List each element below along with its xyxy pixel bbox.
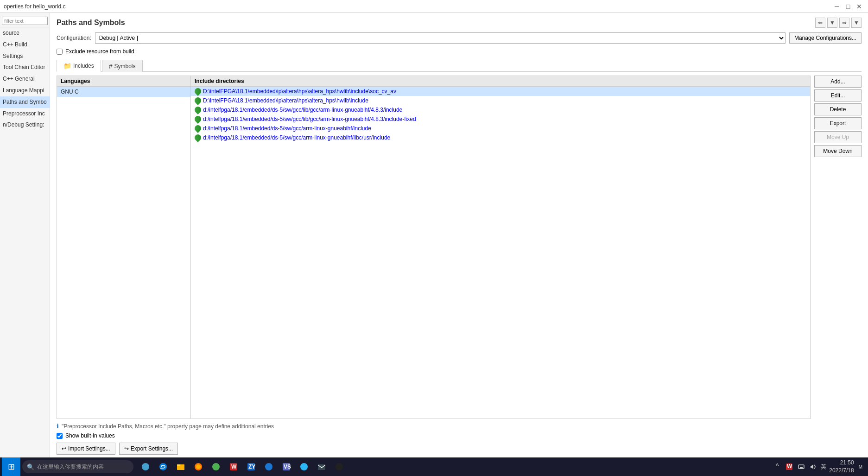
leaf-icon-5	[193, 133, 203, 142]
info-row: ℹ "Preprocessor Include Paths, Macros et…	[57, 423, 862, 430]
info-icon: ℹ	[57, 423, 59, 430]
sidebar-item-lang-mappi[interactable]: Language Mappi	[0, 85, 50, 96]
tabs-row: 📁 Includes # Symbols	[57, 59, 862, 72]
header-nav: ⇐ ▼ ⇒ ▼	[815, 18, 862, 28]
start-button[interactable]: ⊞	[2, 457, 20, 476]
info-text: "Preprocessor Include Paths, Macros etc.…	[62, 423, 274, 430]
sidebar-item-cpp-build[interactable]: C++ Build	[0, 39, 50, 51]
taskbar-app-vs[interactable]: VS	[278, 458, 295, 475]
include-item-4[interactable]: d:/intelfpga/18.1/embedded/ds-5/sw/gcc/a…	[191, 124, 810, 133]
taskbar-app-word[interactable]: W	[225, 458, 242, 475]
edit-button[interactable]: Edit...	[814, 89, 862, 102]
nav-menu-button[interactable]: ▼	[827, 18, 837, 28]
export-settings-button[interactable]: ↪ Export Settings...	[119, 443, 178, 455]
taskbar-app-firefox[interactable]	[190, 458, 207, 475]
export-button[interactable]: Export	[814, 117, 862, 129]
taskbar-clock[interactable]: 21:50 2022/7/18	[829, 459, 854, 475]
manage-configurations-button[interactable]: Manage Configurations...	[789, 32, 862, 44]
panels-row: Languages GNU C Include directories D:\i…	[57, 76, 862, 419]
include-item-2[interactable]: d:/intelfpga/18.1/embedded/ds-5/sw/gcc/l…	[191, 105, 810, 114]
leaf-icon-1	[193, 96, 203, 105]
nav-forward-button[interactable]: ⇒	[839, 18, 849, 28]
title-bar-title: operties for hello_world.c	[4, 3, 65, 10]
taskbar-app-explorer[interactable]	[172, 458, 189, 475]
taskbar-app-cortana[interactable]	[137, 458, 154, 475]
taskbar-date-display: 2022/7/18	[829, 467, 854, 475]
svg-point-4	[196, 464, 201, 469]
search-icon: 🔍	[27, 463, 34, 470]
include-path-3: d:/intelfpga/18.1/embedded/ds-5/sw/gcc/l…	[203, 116, 416, 122]
sidebar-item-preprocessor[interactable]: Preprocessor Inc	[0, 108, 50, 120]
sidebar-item-cpp-general[interactable]: C++ General	[0, 73, 50, 85]
tray-speaker-icon[interactable]	[809, 462, 818, 471]
include-path-5: d:/intelfpga/18.1/embedded/ds-5/sw/gcc/a…	[203, 134, 390, 141]
tab-symbols[interactable]: # Symbols	[102, 60, 143, 72]
include-path-2: d:/intelfpga/18.1/embedded/ds-5/sw/gcc/l…	[203, 107, 402, 113]
leaf-icon-3	[193, 114, 203, 124]
include-item-5[interactable]: d:/intelfpga/18.1/embedded/ds-5/sw/gcc/a…	[191, 133, 810, 142]
config-select[interactable]: Debug [ Active ]	[95, 32, 786, 44]
main-layout: source C++ Build Settings Tool Chain Edi…	[0, 13, 868, 459]
taskbar: ⊞ 🔍 在这里输入你要搜索的内容 W ZY VS	[0, 457, 868, 476]
sidebar-item-debug-settings[interactable]: n/Debug Setting:	[0, 119, 50, 131]
taskbar-app-dark[interactable]	[331, 458, 348, 475]
gnu-c-label: GNU C	[61, 89, 79, 95]
includes-panel: Include directories D:\intelFPGA\18.1\em…	[191, 76, 811, 419]
taskbar-app-green[interactable]	[208, 458, 224, 475]
move-up-button[interactable]: Move Up	[814, 131, 862, 143]
export-label: Export Settings...	[131, 445, 173, 452]
languages-header: Languages	[57, 76, 190, 87]
sidebar-item-settings[interactable]: Settings	[0, 51, 50, 62]
hash-icon: #	[109, 63, 113, 70]
language-gnu-c[interactable]: GNU C	[57, 87, 190, 97]
sidebar-item-paths-symbo[interactable]: Paths and Symbo	[0, 96, 50, 108]
include-path-4: d:/intelfpga/18.1/embedded/ds-5/sw/gcc/a…	[203, 125, 371, 132]
show-built-checkbox[interactable]	[57, 433, 63, 439]
include-item-3[interactable]: d:/intelfpga/18.1/embedded/ds-5/sw/gcc/l…	[191, 114, 810, 124]
tab-symbols-label: Symbols	[114, 63, 136, 70]
include-path-0: D:\intelFPGA\18.1\embedded\ip\altera\hps…	[203, 88, 396, 95]
content-area: Paths and Symbols ⇐ ▼ ⇒ ▼ Configuration:…	[50, 13, 868, 459]
taskbar-search-text: 在这里输入你要搜索的内容	[37, 463, 104, 471]
taskbar-time-display: 21:50	[829, 459, 854, 467]
taskbar-apps: W ZY VS	[135, 458, 771, 475]
delete-button[interactable]: Delete	[814, 103, 862, 115]
show-built-row: Show built-in values	[57, 432, 862, 439]
minimize-button[interactable]: ─	[832, 1, 842, 12]
languages-panel: Languages GNU C	[57, 76, 191, 419]
sidebar-item-source[interactable]: source	[0, 27, 50, 39]
taskbar-lang[interactable]: 英	[821, 463, 826, 471]
taskbar-app-blue2[interactable]	[260, 458, 277, 475]
taskbar-app-browser[interactable]	[296, 458, 312, 475]
import-export-row: ↩ Import Settings... ↪ Export Settings..…	[57, 443, 862, 455]
include-item-1[interactable]: D:\intelFPGA\18.1\embedded\ip\altera\hps…	[191, 96, 810, 105]
import-settings-button[interactable]: ↩ Import Settings...	[57, 443, 115, 455]
tab-includes[interactable]: 📁 Includes	[57, 60, 101, 72]
sidebar-item-tool-chain[interactable]: Tool Chain Editor	[0, 62, 50, 73]
close-button[interactable]: ✕	[854, 1, 864, 12]
nav-forward-menu-button[interactable]: ▼	[851, 18, 862, 28]
folder-icon: 📁	[63, 62, 71, 70]
tray-network-icon[interactable]	[797, 462, 806, 471]
tray-expand-icon[interactable]: ^	[773, 462, 782, 471]
include-item-0[interactable]: D:\intelFPGA\18.1\embedded\ip\altera\hps…	[191, 87, 810, 96]
nav-back-button[interactable]: ⇐	[815, 18, 825, 28]
page-title: Paths and Symbols	[57, 19, 125, 27]
exclude-checkbox[interactable]	[57, 49, 63, 55]
move-down-button[interactable]: Move Down	[814, 145, 862, 157]
svg-point-5	[212, 463, 220, 470]
svg-rect-19	[800, 467, 803, 469]
exclude-row: Exclude resource from build	[57, 48, 862, 55]
tray-word-icon[interactable]: W	[785, 462, 794, 471]
taskbar-app-edge[interactable]	[155, 458, 171, 475]
maximize-button[interactable]: □	[843, 1, 853, 12]
taskbar-app-zy[interactable]: ZY	[243, 458, 260, 475]
taskbar-app-mail[interactable]	[313, 458, 330, 475]
filter-box	[0, 15, 50, 27]
filter-input[interactable]	[2, 17, 48, 25]
add-button[interactable]: Add...	[814, 76, 862, 88]
svg-point-15	[336, 463, 343, 470]
taskbar-search[interactable]: 🔍 在这里输入你要搜索的内容	[22, 460, 133, 473]
svg-text:ZY: ZY	[248, 463, 255, 470]
leaf-icon-4	[193, 124, 203, 133]
